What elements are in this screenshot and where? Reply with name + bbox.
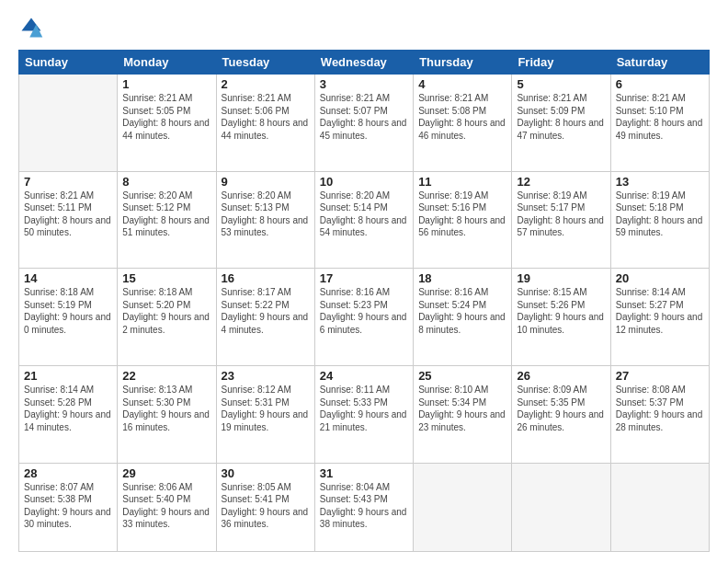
header [18, 15, 710, 40]
day-number: 30 [222, 466, 310, 480]
day-info: Sunrise: 8:21 AMSunset: 5:11 PMDaylight:… [24, 190, 112, 239]
calendar-cell [414, 463, 512, 551]
calendar-cell: 10Sunrise: 8:20 AMSunset: 5:14 PMDayligh… [314, 171, 413, 269]
day-info: Sunrise: 8:20 AMSunset: 5:13 PMDaylight:… [222, 190, 310, 239]
calendar-cell: 4Sunrise: 8:21 AMSunset: 5:08 PMDaylight… [414, 75, 512, 172]
weekday-header-thursday: Thursday [414, 51, 512, 75]
day-info: Sunrise: 8:20 AMSunset: 5:14 PMDaylight:… [320, 190, 408, 239]
calendar-cell: 11Sunrise: 8:19 AMSunset: 5:16 PMDayligh… [414, 171, 512, 269]
day-info: Sunrise: 8:21 AMSunset: 5:08 PMDaylight:… [418, 92, 506, 142]
day-number: 10 [320, 175, 408, 189]
weekday-header-row: SundayMondayTuesdayWednesdayThursdayFrid… [19, 51, 710, 75]
calendar-cell [512, 463, 610, 551]
day-info: Sunrise: 8:19 AMSunset: 5:17 PMDaylight:… [517, 190, 605, 239]
day-info: Sunrise: 8:21 AMSunset: 5:10 PMDaylight:… [616, 92, 704, 142]
calendar-cell: 16Sunrise: 8:17 AMSunset: 5:22 PMDayligh… [216, 269, 314, 366]
day-info: Sunrise: 8:08 AMSunset: 5:37 PMDaylight:… [616, 384, 704, 433]
day-number: 26 [517, 369, 605, 383]
day-number: 13 [616, 175, 704, 189]
calendar-cell: 25Sunrise: 8:10 AMSunset: 5:34 PMDayligh… [414, 366, 512, 464]
day-info: Sunrise: 8:19 AMSunset: 5:16 PMDaylight:… [418, 190, 506, 239]
calendar-cell [19, 75, 118, 172]
calendar-cell: 19Sunrise: 8:15 AMSunset: 5:26 PMDayligh… [512, 269, 610, 366]
calendar-cell: 9Sunrise: 8:20 AMSunset: 5:13 PMDaylight… [216, 171, 314, 269]
calendar-cell: 23Sunrise: 8:12 AMSunset: 5:31 PMDayligh… [216, 366, 314, 464]
day-number: 6 [616, 77, 704, 91]
calendar-cell: 18Sunrise: 8:16 AMSunset: 5:24 PMDayligh… [414, 269, 512, 366]
day-info: Sunrise: 8:11 AMSunset: 5:33 PMDaylight:… [320, 384, 408, 433]
day-number: 15 [122, 271, 210, 285]
calendar-cell: 12Sunrise: 8:19 AMSunset: 5:17 PMDayligh… [512, 171, 610, 269]
day-info: Sunrise: 8:17 AMSunset: 5:22 PMDaylight:… [222, 286, 310, 336]
day-number: 7 [24, 175, 112, 189]
weekday-header-saturday: Saturday [610, 51, 709, 75]
day-number: 19 [517, 271, 605, 285]
calendar-cell: 28Sunrise: 8:07 AMSunset: 5:38 PMDayligh… [19, 463, 118, 551]
calendar-cell: 21Sunrise: 8:14 AMSunset: 5:28 PMDayligh… [19, 366, 118, 464]
week-row-2: 7Sunrise: 8:21 AMSunset: 5:11 PMDaylight… [19, 171, 710, 269]
day-number: 4 [418, 77, 506, 91]
day-info: Sunrise: 8:18 AMSunset: 5:19 PMDaylight:… [24, 286, 112, 336]
day-info: Sunrise: 8:21 AMSunset: 5:07 PMDaylight:… [320, 92, 408, 142]
calendar-cell: 29Sunrise: 8:06 AMSunset: 5:40 PMDayligh… [118, 463, 216, 551]
day-number: 31 [320, 466, 408, 480]
day-info: Sunrise: 8:19 AMSunset: 5:18 PMDaylight:… [616, 190, 704, 239]
day-info: Sunrise: 8:15 AMSunset: 5:26 PMDaylight:… [517, 286, 605, 336]
day-number: 8 [122, 175, 210, 189]
week-row-4: 21Sunrise: 8:14 AMSunset: 5:28 PMDayligh… [19, 366, 710, 464]
calendar-cell: 2Sunrise: 8:21 AMSunset: 5:06 PMDaylight… [216, 75, 314, 172]
calendar-cell: 7Sunrise: 8:21 AMSunset: 5:11 PMDaylight… [19, 171, 118, 269]
day-info: Sunrise: 8:18 AMSunset: 5:20 PMDaylight:… [122, 286, 210, 336]
logo-icon [18, 15, 44, 40]
calendar-cell: 31Sunrise: 8:04 AMSunset: 5:43 PMDayligh… [314, 463, 413, 551]
page: SundayMondayTuesdayWednesdayThursdayFrid… [0, 0, 728, 563]
day-info: Sunrise: 8:04 AMSunset: 5:43 PMDaylight:… [320, 481, 408, 531]
day-number: 29 [122, 466, 210, 480]
weekday-header-sunday: Sunday [19, 51, 118, 75]
day-info: Sunrise: 8:10 AMSunset: 5:34 PMDaylight:… [418, 384, 506, 433]
day-info: Sunrise: 8:06 AMSunset: 5:40 PMDaylight:… [122, 481, 210, 531]
weekday-header-friday: Friday [512, 51, 610, 75]
day-number: 22 [122, 369, 210, 383]
day-info: Sunrise: 8:14 AMSunset: 5:27 PMDaylight:… [616, 286, 704, 336]
day-info: Sunrise: 8:05 AMSunset: 5:41 PMDaylight:… [222, 481, 310, 531]
day-number: 28 [24, 466, 112, 480]
weekday-header-tuesday: Tuesday [216, 51, 314, 75]
day-info: Sunrise: 8:16 AMSunset: 5:24 PMDaylight:… [418, 286, 506, 336]
calendar-cell [610, 463, 709, 551]
calendar-cell: 22Sunrise: 8:13 AMSunset: 5:30 PMDayligh… [118, 366, 216, 464]
day-number: 24 [320, 369, 408, 383]
calendar: SundayMondayTuesdayWednesdayThursdayFrid… [18, 50, 710, 552]
calendar-cell: 14Sunrise: 8:18 AMSunset: 5:19 PMDayligh… [19, 269, 118, 366]
logo [18, 15, 48, 40]
calendar-cell: 20Sunrise: 8:14 AMSunset: 5:27 PMDayligh… [610, 269, 709, 366]
day-number: 17 [320, 271, 408, 285]
day-info: Sunrise: 8:21 AMSunset: 5:06 PMDaylight:… [222, 92, 310, 142]
calendar-cell: 3Sunrise: 8:21 AMSunset: 5:07 PMDaylight… [314, 75, 413, 172]
week-row-3: 14Sunrise: 8:18 AMSunset: 5:19 PMDayligh… [19, 269, 710, 366]
calendar-cell: 17Sunrise: 8:16 AMSunset: 5:23 PMDayligh… [314, 269, 413, 366]
day-number: 25 [418, 369, 506, 383]
day-info: Sunrise: 8:16 AMSunset: 5:23 PMDaylight:… [320, 286, 408, 336]
calendar-cell: 27Sunrise: 8:08 AMSunset: 5:37 PMDayligh… [610, 366, 709, 464]
day-number: 9 [222, 175, 310, 189]
day-number: 2 [222, 77, 310, 91]
weekday-header-monday: Monday [118, 51, 216, 75]
week-row-5: 28Sunrise: 8:07 AMSunset: 5:38 PMDayligh… [19, 463, 710, 551]
day-info: Sunrise: 8:07 AMSunset: 5:38 PMDaylight:… [24, 481, 112, 531]
day-number: 3 [320, 77, 408, 91]
calendar-cell: 30Sunrise: 8:05 AMSunset: 5:41 PMDayligh… [216, 463, 314, 551]
day-number: 12 [517, 175, 605, 189]
day-info: Sunrise: 8:13 AMSunset: 5:30 PMDaylight:… [122, 384, 210, 433]
calendar-cell: 8Sunrise: 8:20 AMSunset: 5:12 PMDaylight… [118, 171, 216, 269]
calendar-cell: 6Sunrise: 8:21 AMSunset: 5:10 PMDaylight… [610, 75, 709, 172]
day-info: Sunrise: 8:21 AMSunset: 5:05 PMDaylight:… [122, 92, 210, 142]
day-number: 27 [616, 369, 704, 383]
day-number: 21 [24, 369, 112, 383]
calendar-cell: 26Sunrise: 8:09 AMSunset: 5:35 PMDayligh… [512, 366, 610, 464]
day-info: Sunrise: 8:09 AMSunset: 5:35 PMDaylight:… [517, 384, 605, 433]
day-number: 20 [616, 271, 704, 285]
weekday-header-wednesday: Wednesday [314, 51, 413, 75]
day-number: 1 [122, 77, 210, 91]
week-row-1: 1Sunrise: 8:21 AMSunset: 5:05 PMDaylight… [19, 75, 710, 172]
